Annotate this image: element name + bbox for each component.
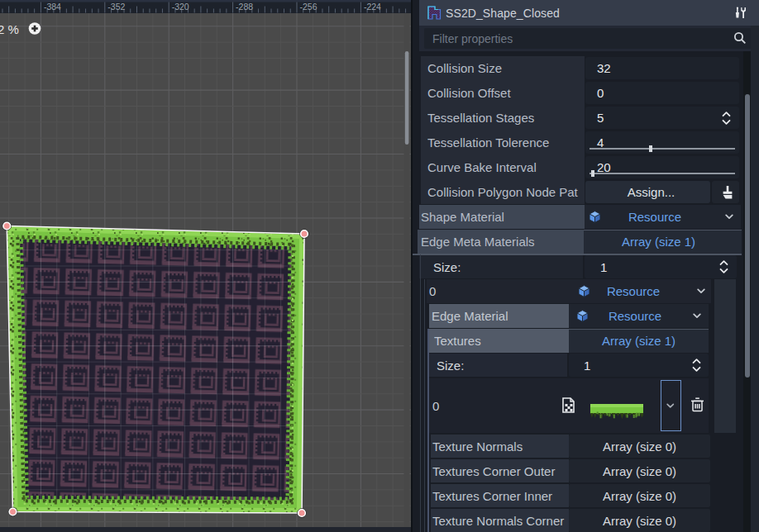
- svg-text:2 %: 2 %: [0, 22, 19, 36]
- svg-text:-288: -288: [236, 2, 253, 12]
- svg-text:-224: -224: [364, 2, 381, 12]
- svg-text:-256: -256: [300, 2, 317, 12]
- svg-text:-320: -320: [172, 2, 189, 12]
- svg-text:-384: -384: [44, 2, 61, 12]
- svg-text:-352: -352: [107, 2, 125, 12]
